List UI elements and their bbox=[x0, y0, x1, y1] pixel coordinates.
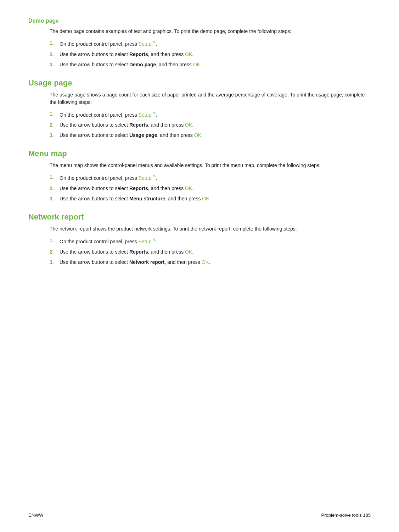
bold-word: Reports bbox=[129, 122, 148, 128]
setup-link: Setup bbox=[139, 175, 152, 181]
menu-map-body: The menu map shows the control-panel men… bbox=[50, 162, 371, 203]
bold-word: Reports bbox=[129, 185, 148, 191]
ok-link: OK bbox=[193, 62, 200, 67]
demo-page-steps: 1. On the product control panel, press S… bbox=[50, 39, 371, 68]
step-text: Use the arrow buttons to select Reports,… bbox=[60, 51, 193, 58]
network-report-step-1: 1. On the product control panel, press S… bbox=[50, 237, 371, 245]
step-number: 2. bbox=[50, 248, 60, 256]
section-usage-page: Usage page The usage page shows a page c… bbox=[28, 78, 371, 139]
step-text: Use the arrow buttons to select Menu str… bbox=[60, 195, 210, 203]
menu-map-intro: The menu map shows the control-panel men… bbox=[50, 162, 371, 169]
network-report-step-2: 2. Use the arrow buttons to select Repor… bbox=[50, 248, 371, 256]
network-report-step-3: 3. Use the arrow buttons to select Netwo… bbox=[50, 259, 371, 266]
step-number: 1. bbox=[50, 39, 60, 47]
step-number: 2. bbox=[50, 121, 60, 129]
step-text: On the product control panel, press Setu… bbox=[60, 173, 157, 182]
ok-link: OK bbox=[185, 51, 192, 57]
step-number: 3. bbox=[50, 195, 60, 203]
ok-link: OK bbox=[202, 196, 209, 201]
step-text: Use the arrow buttons to select Reports,… bbox=[60, 248, 193, 256]
bold-word: Network report bbox=[129, 259, 165, 265]
menu-map-step-2: 2. Use the arrow buttons to select Repor… bbox=[50, 185, 371, 192]
demo-page-step-3: 3. Use the arrow buttons to select Demo … bbox=[50, 61, 371, 68]
usage-page-body: The usage page shows a page count for ea… bbox=[50, 91, 371, 139]
step-text: Use the arrow buttons to select Usage pa… bbox=[60, 132, 203, 139]
bold-word: Menu structure bbox=[129, 196, 165, 201]
setup-icon: ✎ bbox=[153, 40, 156, 44]
footer-right: Problem-solve tools 185 bbox=[321, 512, 371, 518]
demo-page-heading: Demo page bbox=[28, 18, 371, 24]
setup-icon: ✎ bbox=[153, 238, 156, 242]
network-report-steps: 1. On the product control panel, press S… bbox=[50, 237, 371, 266]
step-number: 2. bbox=[50, 185, 60, 192]
demo-page-intro: The demo page contains examples of text … bbox=[50, 28, 371, 35]
step-text: Use the arrow buttons to select Network … bbox=[60, 259, 210, 266]
ok-link: OK bbox=[202, 259, 209, 265]
setup-link: Setup bbox=[139, 239, 152, 244]
demo-page-body: The demo page contains examples of text … bbox=[50, 28, 371, 68]
usage-page-steps: 1. On the product control panel, press S… bbox=[50, 110, 371, 139]
page-content: Demo page The demo page contains example… bbox=[0, 0, 399, 304]
bold-word: Usage page bbox=[129, 132, 157, 138]
step-text: On the product control panel, press Setu… bbox=[60, 39, 157, 48]
step-number: 2. bbox=[50, 51, 60, 58]
ok-link: OK bbox=[185, 122, 192, 128]
menu-map-step-1: 1. On the product control panel, press S… bbox=[50, 173, 371, 182]
step-number: 1. bbox=[50, 110, 60, 118]
step-text: Use the arrow buttons to select Reports,… bbox=[60, 185, 193, 192]
usage-page-step-2: 2. Use the arrow buttons to select Repor… bbox=[50, 121, 371, 129]
setup-link: Setup bbox=[139, 112, 152, 117]
menu-map-heading: Menu map bbox=[28, 149, 371, 158]
menu-map-step-3: 3. Use the arrow buttons to select Menu … bbox=[50, 195, 371, 203]
network-report-body: The network report shows the product net… bbox=[50, 225, 371, 266]
step-text: Use the arrow buttons to select Demo pag… bbox=[60, 61, 202, 68]
setup-icon: ✎ bbox=[153, 111, 156, 115]
ok-link: OK bbox=[185, 185, 192, 191]
usage-page-intro: The usage page shows a page count for ea… bbox=[50, 91, 371, 106]
step-number: 1. bbox=[50, 237, 60, 244]
page-footer: ENWW Problem-solve tools 185 bbox=[28, 512, 371, 518]
setup-link: Setup bbox=[139, 41, 152, 47]
bold-word: Reports bbox=[129, 51, 148, 57]
section-network-report: Network report The network report shows … bbox=[28, 212, 371, 266]
section-demo-page: Demo page The demo page contains example… bbox=[28, 18, 371, 68]
section-menu-map: Menu map The menu map shows the control-… bbox=[28, 149, 371, 203]
usage-page-step-1: 1. On the product control panel, press S… bbox=[50, 110, 371, 119]
step-number: 3. bbox=[50, 132, 60, 139]
usage-page-step-3: 3. Use the arrow buttons to select Usage… bbox=[50, 132, 371, 139]
bold-word: Reports bbox=[129, 249, 148, 255]
bold-word: Demo page bbox=[129, 62, 156, 67]
step-number: 3. bbox=[50, 259, 60, 266]
footer-left: ENWW bbox=[28, 512, 44, 518]
network-report-intro: The network report shows the product net… bbox=[50, 225, 371, 233]
usage-page-heading: Usage page bbox=[28, 78, 371, 88]
step-text: On the product control panel, press Setu… bbox=[60, 110, 157, 119]
step-number: 1. bbox=[50, 173, 60, 181]
step-text: On the product control panel, press Setu… bbox=[60, 237, 157, 245]
demo-page-step-2: 2. Use the arrow buttons to select Repor… bbox=[50, 51, 371, 58]
setup-icon: ✎ bbox=[153, 174, 156, 178]
step-number: 3. bbox=[50, 61, 60, 68]
demo-page-step-1: 1. On the product control panel, press S… bbox=[50, 39, 371, 48]
menu-map-steps: 1. On the product control panel, press S… bbox=[50, 173, 371, 203]
network-report-heading: Network report bbox=[28, 212, 371, 222]
ok-link: OK bbox=[185, 249, 192, 255]
step-text: Use the arrow buttons to select Reports,… bbox=[60, 121, 193, 129]
ok-link: OK bbox=[194, 132, 201, 138]
